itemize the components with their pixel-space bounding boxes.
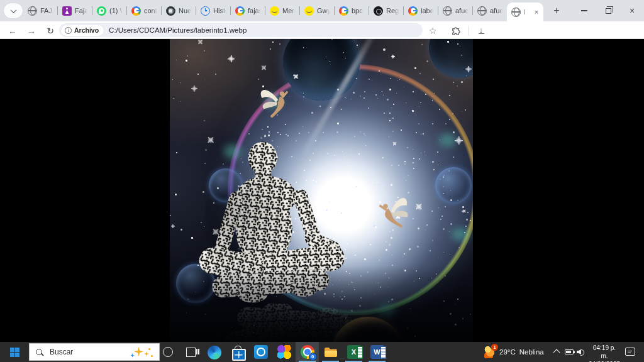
browser-tab-afuer[interactable]: afuer bbox=[472, 0, 507, 21]
tab-label: Rege bbox=[386, 7, 400, 14]
tab-label: fajas bbox=[248, 7, 262, 14]
taskbar-app-store[interactable] bbox=[226, 342, 249, 362]
tab-label: Histo bbox=[213, 7, 227, 14]
new-tab-button[interactable]: + bbox=[548, 3, 565, 18]
cortana-icon bbox=[161, 345, 175, 359]
bookmark-star-button[interactable]: ☆ bbox=[425, 23, 440, 38]
store-icon bbox=[231, 346, 245, 359]
taskbar-app-cortana[interactable] bbox=[156, 342, 179, 362]
tab-label: Faja bbox=[75, 7, 88, 14]
angel-figure bbox=[255, 79, 309, 126]
browser-tab-gwy[interactable]: Gwy bbox=[299, 0, 334, 21]
tab-favicon bbox=[477, 6, 487, 16]
page-content bbox=[0, 39, 644, 342]
tab-favicon bbox=[131, 6, 141, 16]
tab-favicon bbox=[304, 6, 314, 16]
tab-close-button[interactable]: × bbox=[532, 8, 541, 16]
restore-icon bbox=[606, 8, 611, 14]
notification-center-icon[interactable] bbox=[625, 348, 635, 356]
artwork-image[interactable] bbox=[170, 39, 473, 342]
tab-favicon bbox=[28, 6, 37, 16]
browser-tab-faja[interactable]: FAJA bbox=[23, 0, 57, 21]
tab-favicon bbox=[201, 6, 210, 16]
tray-time: 04:19 p. m. bbox=[589, 344, 620, 360]
taskbar-app-taskview[interactable] bbox=[179, 342, 203, 362]
url-input[interactable] bbox=[109, 26, 416, 34]
tab-favicon bbox=[443, 6, 452, 16]
tab-label: contr bbox=[144, 7, 158, 14]
browser-toolbar: ← → ↻ i Archivo ☆ ↓ Verifica que eres tú… bbox=[0, 21, 644, 39]
site-chip-label: Archivo bbox=[74, 26, 99, 34]
tab-favicon bbox=[62, 6, 72, 16]
taskbar-app-word[interactable]: W bbox=[365, 342, 389, 362]
windows-logo-icon bbox=[10, 348, 19, 357]
battery-icon[interactable] bbox=[565, 349, 574, 354]
puzzle-icon bbox=[451, 26, 460, 36]
word-icon: W bbox=[370, 345, 384, 359]
chrome-icon: 0 bbox=[301, 345, 314, 359]
browser-tab-afuer[interactable]: afuer bbox=[438, 0, 472, 21]
taskview-icon bbox=[184, 345, 198, 359]
tab-favicon bbox=[97, 6, 106, 16]
chevron-down-icon bbox=[10, 7, 16, 13]
browser-tab-laber[interactable]: laber bbox=[403, 0, 438, 21]
window-controls: × bbox=[572, 0, 644, 21]
close-icon: × bbox=[630, 6, 635, 15]
taskbar-app-paint[interactable] bbox=[272, 342, 296, 362]
taskbar-app-outlook[interactable] bbox=[249, 342, 272, 362]
ring-teal-patch bbox=[439, 133, 457, 147]
screen: FAJA Faja (1) W contr Nuev Histo fajas M… bbox=[0, 0, 644, 362]
forward-button[interactable]: → bbox=[24, 23, 39, 38]
tab-scroll-chevron-button[interactable] bbox=[4, 3, 23, 18]
taskbar-app-explorer[interactable] bbox=[319, 342, 342, 362]
site-info-chip[interactable]: i Archivo bbox=[61, 25, 104, 36]
browser-tab-l[interactable]: l × bbox=[507, 3, 543, 21]
browser-tab-faja[interactable]: Faja bbox=[57, 0, 92, 21]
taskbar-app-chrome[interactable]: 0 bbox=[296, 342, 319, 362]
ring-teal-patch bbox=[452, 228, 469, 241]
search-highlights-icon[interactable] bbox=[129, 345, 154, 359]
browser-tab-merc[interactable]: Merc bbox=[265, 0, 299, 21]
taskbar-app-excel[interactable]: X bbox=[342, 342, 365, 362]
weather-widget[interactable]: 1 29°C Neblina bbox=[483, 342, 544, 362]
edge-icon bbox=[208, 346, 221, 359]
tab-label: afuer bbox=[455, 7, 469, 14]
close-window-button[interactable]: × bbox=[620, 0, 644, 21]
browser-tab-fajas[interactable]: fajas bbox=[230, 0, 265, 21]
tab-label: Gwy bbox=[317, 7, 331, 14]
tray-expand-chevron[interactable] bbox=[553, 349, 560, 356]
weather-icon: 1 bbox=[483, 346, 496, 358]
paint-icon bbox=[277, 345, 291, 359]
browser-tab-histo[interactable]: Histo bbox=[196, 0, 230, 21]
start-button[interactable] bbox=[0, 342, 29, 362]
angel-figure bbox=[360, 190, 417, 240]
downloads-button[interactable]: ↓ bbox=[474, 23, 489, 38]
taskbar-app-edge[interactable] bbox=[203, 342, 226, 362]
restore-button[interactable] bbox=[596, 0, 620, 21]
browser-tab-nuev[interactable]: Nuev bbox=[161, 0, 196, 21]
minimize-button[interactable] bbox=[572, 0, 596, 21]
speaker-icon[interactable] bbox=[577, 348, 585, 356]
tab-strip: FAJA Faja (1) W contr Nuev Histo fajas M… bbox=[0, 0, 644, 21]
tab-favicon bbox=[511, 8, 521, 17]
address-bar[interactable]: i Archivo bbox=[59, 23, 423, 37]
taskbar-search[interactable] bbox=[29, 343, 160, 361]
tab-list: FAJA Faja (1) W contr Nuev Histo fajas M… bbox=[23, 0, 543, 21]
reload-button[interactable]: ↻ bbox=[43, 23, 58, 38]
chrome-badge: 0 bbox=[309, 353, 317, 361]
browser-tab-bpc-1[interactable]: bpc 1 bbox=[334, 0, 369, 21]
outlook-icon bbox=[254, 345, 268, 359]
tab-label: FAJA bbox=[40, 7, 54, 14]
tab-label: bpc 1 bbox=[352, 7, 365, 14]
tray-clock[interactable]: 04:19 p. m. 24/09/2025 bbox=[589, 344, 620, 362]
back-button[interactable]: ← bbox=[5, 23, 20, 38]
browser-tab--1-w[interactable]: (1) W bbox=[92, 0, 126, 21]
weather-condition: Neblina bbox=[519, 348, 544, 356]
tab-label: (1) W bbox=[109, 7, 123, 14]
browser-tab-contr[interactable]: contr bbox=[126, 0, 161, 21]
tab-favicon bbox=[270, 6, 279, 16]
browser-tab-rege[interactable]: Rege bbox=[369, 0, 403, 21]
toolbar-divider bbox=[469, 26, 469, 36]
search-input[interactable] bbox=[48, 347, 129, 357]
extensions-button[interactable] bbox=[448, 23, 463, 38]
